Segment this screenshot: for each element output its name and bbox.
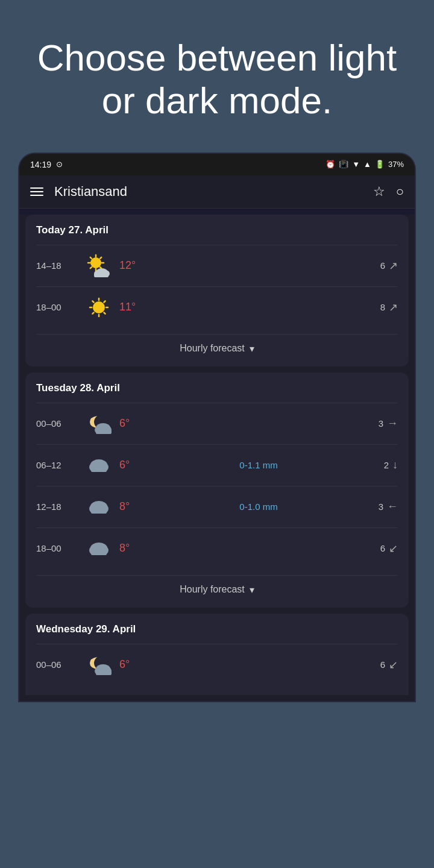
status-dot-icon: ⊙ <box>56 160 63 169</box>
temperature: 8° <box>119 542 156 555</box>
wind-direction-icon: ↓ <box>392 459 398 471</box>
time-label: 00–06 <box>36 659 78 670</box>
battery-percent: 37% <box>388 160 404 169</box>
wind-speed: 3 <box>379 418 383 429</box>
temperature: 8° <box>119 500 156 513</box>
day-title-tuesday: Tuesday 28. April <box>36 382 398 394</box>
weather-icon-night-cloudy <box>84 409 113 438</box>
alarm-icon: ⏰ <box>326 160 335 169</box>
weather-content: Today 27. April 14–18 <box>19 215 415 701</box>
wifi-icon: ▼ <box>352 160 360 169</box>
wind-speed: 6 <box>380 659 385 670</box>
table-row: 18–00 <box>36 286 398 328</box>
weather-icon-partly-sunny <box>84 251 113 280</box>
chevron-down-icon: ▾ <box>250 584 254 596</box>
svg-line-8 <box>90 267 92 268</box>
wind-direction-icon: ↗ <box>389 259 398 272</box>
time-label: 06–12 <box>36 460 78 470</box>
wind-speed: 6 <box>380 543 385 553</box>
table-row: 00–06 6° 3 → <box>36 403 398 444</box>
wind-speed: 3 <box>379 502 383 512</box>
day-card-wednesday: Wednesday 29. April 00–06 6° 6 <box>25 614 409 695</box>
time-label: 12–18 <box>36 502 78 512</box>
time-label: 18–00 <box>36 543 78 553</box>
hero-title: Choose between light or dark mode. <box>24 36 410 122</box>
weather-icon-night-cloudy <box>84 650 113 679</box>
favorite-icon[interactable]: ☆ <box>373 184 385 200</box>
svg-line-20 <box>104 301 105 302</box>
svg-rect-29 <box>91 467 107 472</box>
svg-line-21 <box>92 312 93 313</box>
precipitation: 0-1.0 mm <box>156 502 362 512</box>
day-card-today: Today 27. April 14–18 <box>25 215 409 366</box>
wind-direction-icon: → <box>387 417 398 430</box>
svg-line-19 <box>104 312 105 313</box>
wind-info: 6 ↙ <box>362 542 398 555</box>
table-row: 14–18 <box>36 245 398 286</box>
wind-speed: 8 <box>380 302 385 312</box>
table-row: 06–12 6° 0-1.1 mm 2 ↓ <box>36 444 398 486</box>
svg-rect-41 <box>96 671 112 675</box>
temperature: 6° <box>119 459 156 471</box>
wind-direction-icon: ← <box>387 500 398 513</box>
hero-section: Choose between light or dark mode. <box>0 0 434 153</box>
time-label: 18–00 <box>36 302 78 312</box>
day-card-tuesday: Tuesday 28. April 00–06 6° <box>25 373 409 608</box>
wind-direction-icon: ↗ <box>389 301 398 314</box>
table-row: 12–18 8° 0-1.0 mm 3 ← <box>36 486 398 527</box>
weather-icon-sunny <box>84 293 113 322</box>
wind-info: 2 ↓ <box>362 459 398 471</box>
svg-line-5 <box>90 257 92 258</box>
city-title: Kristiansand <box>54 184 373 200</box>
weather-icon-cloudy <box>84 534 113 563</box>
signal-icon: ▲ <box>363 160 371 169</box>
svg-rect-12 <box>94 273 108 277</box>
temperature: 12° <box>119 259 156 272</box>
temperature: 6° <box>119 658 156 671</box>
svg-line-18 <box>92 301 93 302</box>
hamburger-menu[interactable] <box>30 187 43 196</box>
app-bar: Kristiansand ☆ ○ <box>19 175 415 209</box>
wind-info: 6 ↗ <box>362 259 398 272</box>
status-bar: 14:19 ⊙ ⏰ 📳 ▼ ▲ 🔋 37% <box>19 154 415 175</box>
search-icon[interactable]: ○ <box>396 184 404 200</box>
wind-info: 3 → <box>362 417 398 430</box>
time-label: 14–18 <box>36 260 78 271</box>
svg-line-7 <box>100 257 101 258</box>
temperature: 6° <box>119 417 156 430</box>
hourly-forecast-button[interactable]: Hourly forecast ▾ <box>36 334 398 357</box>
weather-icon-cloudy <box>84 451 113 480</box>
wind-info: 6 ↙ <box>362 658 398 671</box>
wind-speed: 6 <box>380 260 385 271</box>
hourly-forecast-label: Hourly forecast <box>180 584 245 595</box>
battery-icon: 🔋 <box>375 160 385 169</box>
wind-info: 3 ← <box>362 500 398 513</box>
phone-mockup: 14:19 ⊙ ⏰ 📳 ▼ ▲ 🔋 37% Kristiansand ☆ ○ T… <box>18 153 416 702</box>
day-title-today: Today 27. April <box>36 224 398 236</box>
wind-info: 8 ↗ <box>362 301 398 314</box>
wind-speed: 2 <box>384 460 389 470</box>
wind-direction-icon: ↙ <box>389 658 398 671</box>
chevron-down-icon: ▾ <box>250 343 254 354</box>
svg-line-6 <box>100 267 101 268</box>
status-time: 14:19 <box>30 160 51 169</box>
app-bar-icons: ☆ ○ <box>373 184 404 200</box>
precipitation: 0-1.1 mm <box>156 460 362 470</box>
time-label: 00–06 <box>36 418 78 429</box>
status-right: ⏰ 📳 ▼ ▲ 🔋 37% <box>326 160 404 169</box>
day-title-wednesday: Wednesday 29. April <box>36 623 398 635</box>
hourly-forecast-label: Hourly forecast <box>180 343 245 354</box>
table-row: 18–00 8° 6 ↙ <box>36 527 398 569</box>
svg-rect-37 <box>91 550 107 555</box>
svg-point-13 <box>93 301 105 313</box>
hourly-forecast-button-tuesday[interactable]: Hourly forecast ▾ <box>36 575 398 598</box>
vibrate-icon: 📳 <box>339 160 348 169</box>
weather-icon-cloudy <box>84 492 113 521</box>
svg-rect-33 <box>91 509 107 514</box>
svg-rect-25 <box>96 430 112 434</box>
temperature: 11° <box>119 301 156 313</box>
table-row: 00–06 6° 6 ↙ <box>36 644 398 685</box>
status-left: 14:19 ⊙ <box>30 160 63 169</box>
wind-direction-icon: ↙ <box>389 542 398 555</box>
